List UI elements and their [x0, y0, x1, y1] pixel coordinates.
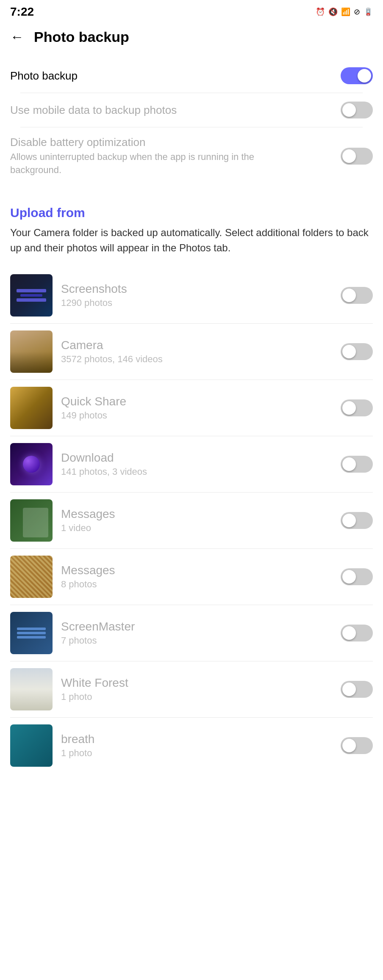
folder-count: 149 photos	[61, 410, 332, 421]
photo-backup-row: Photo backup	[10, 59, 373, 93]
folder-item: Camera3572 photos, 146 videos	[0, 324, 383, 380]
folder-name: White Forest	[61, 676, 332, 690]
folder-toggle[interactable]	[341, 456, 373, 473]
folder-thumbnail	[10, 556, 53, 598]
battery-opt-row: Disable battery optimization Allows unin…	[10, 127, 373, 185]
folder-name: ScreenMaster	[61, 620, 332, 633]
photo-backup-label: Photo backup	[10, 69, 78, 83]
toggle-thumb	[342, 570, 356, 584]
toggle-thumb	[342, 683, 356, 696]
back-button[interactable]: ←	[10, 29, 24, 45]
folder-thumbnail	[10, 499, 53, 542]
folder-thumbnail	[10, 274, 53, 317]
folder-count: 1 photo	[61, 691, 332, 702]
photo-backup-toggle[interactable]	[341, 67, 373, 84]
toggle-thumb	[342, 626, 356, 640]
folder-count: 3572 photos, 146 videos	[61, 354, 332, 365]
folder-count: 1 photo	[61, 748, 332, 759]
no-signal-icon: 📶	[341, 7, 350, 17]
mobile-data-row: Use mobile data to backup photos	[10, 93, 373, 127]
battery-opt-text: Disable battery optimization Allows unin…	[10, 136, 256, 177]
folder-item: Download141 photos, 3 videos	[0, 436, 383, 492]
folder-item: White Forest1 photo	[0, 661, 383, 717]
folder-count: 1 video	[61, 523, 332, 534]
folder-item: breath1 photo	[0, 718, 383, 774]
folder-name: Messages	[61, 507, 332, 521]
battery-opt-label: Disable battery optimization	[10, 136, 256, 149]
folder-item: Messages1 video	[0, 493, 383, 548]
toggle-thumb	[342, 103, 356, 117]
folder-info: White Forest1 photo	[61, 676, 332, 702]
folder-name: breath	[61, 732, 332, 746]
upload-from-desc: Your Camera folder is backed up automati…	[10, 225, 373, 256]
folder-item: Messages8 photos	[0, 549, 383, 605]
battery-opt-sublabel: Allows uninterrupted backup when the app…	[10, 151, 256, 177]
folder-name: Quick Share	[61, 395, 332, 408]
folder-thumbnail	[10, 387, 53, 429]
upload-from-title: Upload from	[10, 206, 373, 220]
folder-name: Camera	[61, 339, 332, 352]
folder-name: Screenshots	[61, 282, 332, 296]
folder-count: 141 photos, 3 videos	[61, 466, 332, 477]
folder-list: Screenshots1290 photosCamera3572 photos,…	[0, 267, 383, 774]
mute-icon: 🔇	[328, 7, 338, 17]
folder-count: 7 photos	[61, 635, 332, 646]
battery-icon: 🪫	[364, 7, 373, 17]
folder-item: Screenshots1290 photos	[0, 267, 383, 323]
folder-count: 8 photos	[61, 579, 332, 590]
status-bar: 7:22 ⏰ 🔇 📶 ⊘ 🪫	[0, 0, 383, 22]
folder-toggle[interactable]	[341, 399, 373, 416]
folder-info: Quick Share149 photos	[61, 395, 332, 421]
folder-thumbnail	[10, 612, 53, 654]
folder-item: ScreenMaster7 photos	[0, 605, 383, 661]
status-icons: ⏰ 🔇 📶 ⊘ 🪫	[316, 7, 373, 17]
folder-name: Messages	[61, 564, 332, 577]
folder-info: Messages1 video	[61, 507, 332, 534]
mobile-data-label: Use mobile data to backup photos	[10, 104, 177, 117]
folder-info: Camera3572 photos, 146 videos	[61, 339, 332, 365]
folder-toggle[interactable]	[341, 737, 373, 754]
toggle-thumb	[342, 289, 356, 302]
dnd-icon: ⊘	[354, 7, 360, 17]
folder-info: Screenshots1290 photos	[61, 282, 332, 308]
folder-item: Quick Share149 photos	[0, 380, 383, 436]
folder-toggle[interactable]	[341, 568, 373, 585]
toggle-thumb	[358, 69, 371, 83]
folder-toggle[interactable]	[341, 681, 373, 698]
folder-count: 1290 photos	[61, 297, 332, 308]
folder-info: Download141 photos, 3 videos	[61, 451, 332, 477]
folder-info: Messages8 photos	[61, 564, 332, 590]
battery-opt-toggle[interactable]	[341, 148, 373, 165]
toggle-thumb	[342, 457, 356, 471]
settings-section: Photo backup Use mobile data to backup p…	[0, 52, 383, 189]
toggle-thumb	[342, 739, 356, 752]
status-time: 7:22	[10, 5, 34, 19]
folder-info: ScreenMaster7 photos	[61, 620, 332, 646]
toggle-thumb	[342, 345, 356, 358]
folder-toggle[interactable]	[341, 287, 373, 304]
folder-thumbnail	[10, 668, 53, 710]
mobile-data-toggle[interactable]	[341, 102, 373, 118]
folder-name: Download	[61, 451, 332, 465]
folder-info: breath1 photo	[61, 732, 332, 759]
folder-toggle[interactable]	[341, 343, 373, 360]
toggle-thumb	[342, 514, 356, 527]
folder-thumbnail	[10, 443, 53, 485]
page-title: Photo backup	[34, 29, 129, 45]
folder-toggle[interactable]	[341, 512, 373, 529]
folder-thumbnail	[10, 330, 53, 373]
alarm-icon: ⏰	[316, 7, 325, 17]
folder-thumbnail	[10, 724, 53, 767]
upload-from-header: Upload from Your Camera folder is backed…	[0, 189, 383, 259]
page-header: ← Photo backup	[0, 22, 383, 52]
toggle-thumb	[342, 401, 356, 415]
folder-toggle[interactable]	[341, 625, 373, 641]
